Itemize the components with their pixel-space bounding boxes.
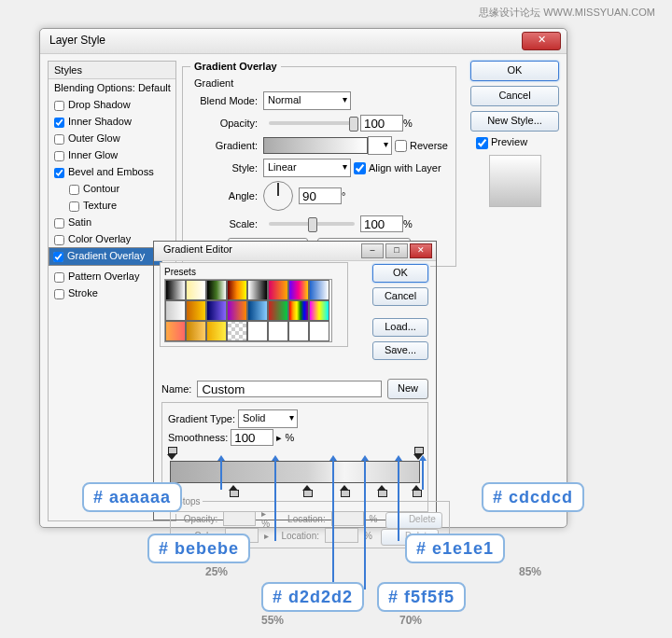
titlebar[interactable]: Layer Style ✕ xyxy=(40,29,567,54)
style-item[interactable]: Inner Glow xyxy=(49,146,175,163)
preset-swatch[interactable] xyxy=(309,321,329,341)
ge-title: Gradient Editor xyxy=(163,243,232,255)
preset-swatch[interactable] xyxy=(165,300,186,321)
blending-options-item[interactable]: Blending Options: Default xyxy=(49,79,175,96)
stop-percent-label: 25% xyxy=(205,565,228,578)
name-input[interactable] xyxy=(197,381,382,397)
ge-max-icon[interactable]: □ xyxy=(385,243,408,258)
preset-swatch[interactable] xyxy=(247,280,268,300)
preset-swatch[interactable] xyxy=(247,300,268,321)
color-stop[interactable] xyxy=(340,480,349,492)
gradient-overlay-panel: Gradient Overlay Gradient Blend Mode:Nor… xyxy=(182,61,456,257)
preset-swatch[interactable] xyxy=(309,280,329,300)
gradient-picker[interactable] xyxy=(263,137,368,154)
ge-load-button[interactable]: Load... xyxy=(372,318,428,337)
gradient-bar[interactable] xyxy=(170,461,420,483)
preset-swatch[interactable] xyxy=(247,321,268,341)
new-style-button[interactable]: New Style... xyxy=(470,111,559,132)
styles-header[interactable]: Styles xyxy=(49,62,175,79)
opacity-input[interactable] xyxy=(360,115,403,132)
preset-swatch[interactable] xyxy=(288,300,309,321)
style-item[interactable]: Bevel and Emboss xyxy=(49,163,175,180)
preset-swatch[interactable] xyxy=(186,321,206,341)
angle-label: Angle: xyxy=(190,190,263,201)
scale-input[interactable] xyxy=(360,215,403,232)
style-select[interactable]: Linear xyxy=(263,159,351,177)
preset-swatch[interactable] xyxy=(227,280,247,300)
new-button[interactable]: New xyxy=(387,379,428,399)
preview-swatch xyxy=(489,155,541,207)
preset-swatch[interactable] xyxy=(186,300,206,321)
preset-swatch[interactable] xyxy=(227,321,247,341)
preset-swatch[interactable] xyxy=(206,300,227,321)
style-item[interactable]: Satin xyxy=(49,214,175,230)
preset-swatch[interactable] xyxy=(268,300,288,321)
blendmode-select[interactable]: Normal xyxy=(263,91,351,110)
color-callout: # bebebe xyxy=(147,534,250,563)
style-label: Style: xyxy=(190,162,263,173)
stop-location-field[interactable] xyxy=(325,528,358,543)
presets-group: Presets xyxy=(160,262,348,347)
style-item[interactable]: Gradient Overlay xyxy=(49,247,162,266)
style-item[interactable]: Texture xyxy=(49,197,175,214)
preset-swatch[interactable] xyxy=(268,280,288,300)
ge-min-icon[interactable]: – xyxy=(361,243,384,258)
blendmode-label: Blend Mode: xyxy=(190,95,263,106)
close-button[interactable]: ✕ xyxy=(522,32,561,50)
preset-swatch[interactable] xyxy=(165,280,186,300)
watermark: 思缘设计论坛 WWW.MISSYUAN.COM xyxy=(479,6,655,20)
color-stop[interactable] xyxy=(229,480,238,492)
angle-input[interactable] xyxy=(299,187,342,204)
color-callout: # cdcdcd xyxy=(482,482,584,512)
preset-swatch[interactable] xyxy=(206,280,227,300)
preset-swatch[interactable] xyxy=(288,280,309,300)
style-item[interactable]: Contour xyxy=(49,180,175,197)
color-callout: # d2d2d2 xyxy=(261,582,364,612)
opacity-slider[interactable] xyxy=(269,121,355,125)
preset-swatch[interactable] xyxy=(206,321,227,341)
style-item[interactable]: Inner Shadow xyxy=(49,113,175,130)
stop-percent-label: 55% xyxy=(261,614,284,627)
ge-close-icon[interactable]: ✕ xyxy=(410,243,432,258)
panel-title: Gradient Overlay xyxy=(190,61,281,72)
preset-swatch[interactable] xyxy=(268,321,288,341)
right-buttons: OK Cancel New Style... Preview xyxy=(470,61,559,207)
dialog-title: Layer Style xyxy=(49,34,105,47)
stop-location-field[interactable] xyxy=(331,511,364,526)
align-checkbox[interactable] xyxy=(354,162,366,174)
opacity-label: Opacity: xyxy=(190,118,263,129)
reverse-checkbox[interactable] xyxy=(395,140,407,152)
angle-dial[interactable] xyxy=(263,181,293,211)
gradient-type-select[interactable]: Solid xyxy=(238,409,298,428)
cancel-button[interactable]: Cancel xyxy=(470,86,559,106)
preset-swatches[interactable] xyxy=(164,279,332,342)
presets-label: Presets xyxy=(164,267,343,277)
preset-swatch[interactable] xyxy=(165,321,186,341)
preset-swatch[interactable] xyxy=(186,280,206,300)
preview-checkbox[interactable]: Preview xyxy=(470,136,559,149)
gradient-drop[interactable] xyxy=(368,136,392,155)
style-item[interactable]: Drop Shadow xyxy=(49,96,175,113)
color-stop[interactable] xyxy=(302,480,312,492)
ge-ok-button[interactable]: OK xyxy=(372,264,428,283)
smoothness-input[interactable] xyxy=(231,429,273,446)
color-stop[interactable] xyxy=(377,480,386,492)
color-callout: # aaaaaa xyxy=(82,482,182,512)
color-callout: # f5f5f5 xyxy=(377,582,466,612)
color-stop[interactable] xyxy=(412,480,421,492)
stop-opacity-field[interactable] xyxy=(223,511,256,526)
preset-swatch[interactable] xyxy=(227,300,247,321)
preset-swatch[interactable] xyxy=(288,321,309,341)
ge-titlebar[interactable]: Gradient Editor –□✕ xyxy=(154,242,436,261)
style-item[interactable]: Outer Glow xyxy=(49,130,175,146)
preset-swatch[interactable] xyxy=(309,300,329,321)
ge-save-button[interactable]: Save... xyxy=(372,341,428,360)
smoothness-label: Smoothness: xyxy=(168,432,228,443)
scale-slider[interactable] xyxy=(269,222,355,226)
ok-button[interactable]: OK xyxy=(470,61,559,81)
opacity-stop[interactable] xyxy=(167,449,176,460)
stop-delete-button[interactable]: Delete xyxy=(385,512,441,529)
gradient-label: Gradient: xyxy=(190,140,263,151)
name-label: Name: xyxy=(161,383,191,395)
ge-cancel-button[interactable]: Cancel xyxy=(372,287,428,306)
